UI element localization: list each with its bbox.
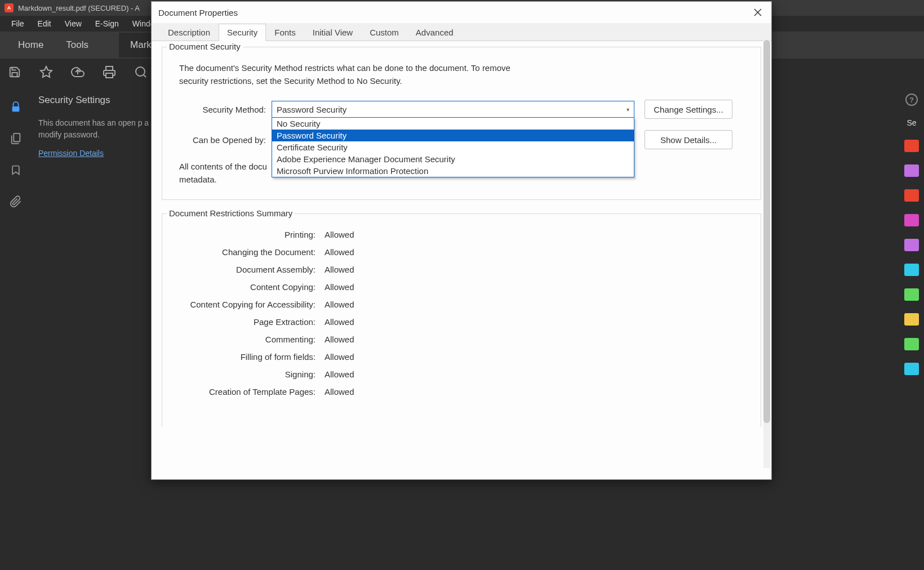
group-legend-security: Document Security [167, 42, 243, 51]
opened-by-label: Can be Opened by: [174, 135, 272, 145]
dialog-title: Document Properties [158, 8, 238, 17]
scrollbar-thumb[interactable] [763, 40, 770, 423]
restriction-value: Allowed [325, 230, 354, 239]
restriction-value: Allowed [325, 335, 354, 344]
modal-overlay: Document Properties Description Security… [0, 0, 924, 570]
restriction-value: Allowed [325, 352, 354, 362]
dialog-scrollbar[interactable] [763, 40, 770, 468]
option-purview-security[interactable]: Microsoft Purview Information Protection [272, 165, 634, 177]
restriction-row: Content Copying for Accessibility:Allowe… [174, 300, 749, 309]
restriction-row: Filling of form fields:Allowed [174, 352, 749, 362]
restrictions-summary-group: Document Restrictions Summary Printing:A… [162, 213, 761, 427]
option-aem-security[interactable]: Adobe Experience Manager Document Securi… [272, 153, 634, 165]
tab-initial-view[interactable]: Initial View [304, 24, 361, 41]
tab-security[interactable]: Security [219, 24, 266, 41]
restriction-row: Document Assembly:Allowed [174, 265, 749, 274]
option-password-security[interactable]: Password Security [272, 130, 634, 141]
document-security-group: Document Security The document's Securit… [162, 47, 761, 200]
close-icon [754, 8, 762, 16]
tab-custom[interactable]: Custom [361, 24, 407, 41]
restriction-row: Signing:Allowed [174, 369, 749, 379]
restriction-label: Content Copying: [174, 282, 325, 292]
restriction-value: Allowed [325, 387, 354, 397]
security-help-text: The document's Security Method restricts… [179, 62, 528, 87]
restriction-row: Creation of Template Pages:Allowed [174, 387, 749, 397]
security-method-select[interactable]: Password Security ▾ [272, 101, 634, 118]
dialog-body: Document Security The document's Securit… [152, 41, 771, 479]
restriction-value: Allowed [325, 369, 354, 379]
dialog-tabs: Description Security Fonts Initial View … [152, 23, 771, 41]
restriction-value: Allowed [325, 282, 354, 292]
option-certificate-security[interactable]: Certificate Security [272, 141, 634, 153]
show-details-button[interactable]: Show Details... [645, 130, 732, 149]
close-button[interactable] [750, 5, 766, 20]
restriction-label: Document Assembly: [174, 265, 325, 274]
select-value: Password Security [277, 105, 346, 114]
group-legend-restrictions: Document Restrictions Summary [167, 208, 295, 218]
document-properties-dialog: Document Properties Description Security… [151, 1, 772, 480]
restriction-row: Content Copying:Allowed [174, 282, 749, 292]
tab-advanced[interactable]: Advanced [407, 24, 462, 41]
restriction-row: Printing:Allowed [174, 230, 749, 239]
restriction-label: Signing: [174, 369, 325, 379]
tab-description[interactable]: Description [159, 24, 219, 41]
restriction-value: Allowed [325, 300, 354, 309]
restriction-label: Commenting: [174, 335, 325, 344]
restriction-value: Allowed [325, 317, 354, 327]
option-no-security[interactable]: No Security [272, 118, 634, 130]
tab-fonts[interactable]: Fonts [266, 24, 304, 41]
restriction-label: Filling of form fields: [174, 352, 325, 362]
restriction-label: Creation of Template Pages: [174, 387, 325, 397]
security-method-dropdown: No Security Password Security Certificat… [272, 117, 634, 177]
dialog-titlebar: Document Properties [152, 2, 771, 23]
restriction-value: Allowed [325, 247, 354, 257]
restriction-row: Page Extraction:Allowed [174, 317, 749, 327]
restriction-label: Changing the Document: [174, 247, 325, 257]
change-settings-button[interactable]: Change Settings... [645, 100, 732, 119]
restriction-row: Commenting:Allowed [174, 335, 749, 344]
security-method-row: Security Method: Password Security ▾ No … [174, 100, 749, 119]
security-method-select-wrapper: Password Security ▾ No Security Password… [272, 101, 634, 118]
restriction-row: Changing the Document:Allowed [174, 247, 749, 257]
restriction-label: Content Copying for Accessibility: [174, 300, 325, 309]
restriction-label: Page Extraction: [174, 317, 325, 327]
chevron-down-icon: ▾ [627, 106, 629, 113]
security-method-label: Security Method: [174, 105, 272, 114]
restriction-value: Allowed [325, 265, 354, 274]
restriction-label: Printing: [174, 230, 325, 239]
